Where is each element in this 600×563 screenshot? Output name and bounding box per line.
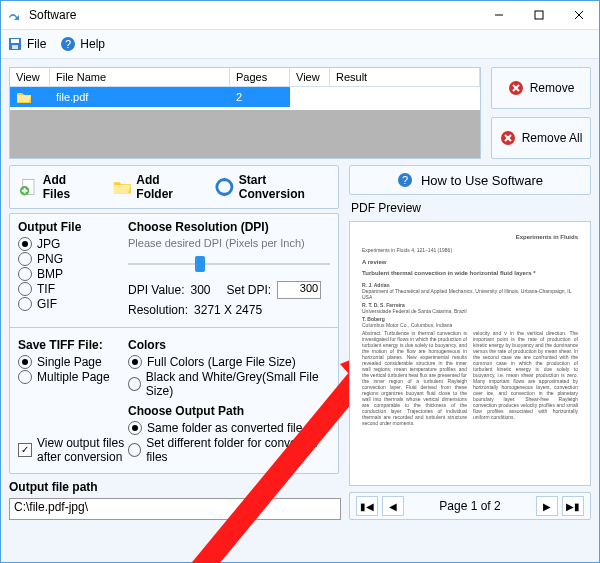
add-folder-icon — [112, 176, 133, 198]
file-list-empty — [10, 110, 480, 158]
colors-bw-radio[interactable]: Black and White/Grey(Small File Size) — [128, 370, 330, 398]
colors-full-label: Full Colors (Large File Size) — [147, 355, 296, 369]
tiff-title: Save TIFF File: — [18, 338, 118, 352]
titlebar: Software — [1, 1, 599, 29]
folder-icon — [16, 90, 32, 104]
file-list[interactable]: View File Name Pages View Result file.pd… — [9, 67, 481, 159]
output-gif-radio[interactable]: GIF — [18, 297, 118, 311]
col-pages[interactable]: Pages — [230, 68, 290, 86]
add-folder-button[interactable]: Add Folder — [112, 173, 196, 201]
tiff-multiple-page-radio[interactable]: Multiple Page — [18, 370, 118, 384]
convert-icon — [214, 176, 235, 198]
dpi-value: 300 — [190, 283, 210, 297]
colors-title: Colors — [128, 338, 330, 352]
preview-label: PDF Preview — [351, 201, 591, 215]
remove-button[interactable]: Remove — [491, 67, 591, 109]
colors-full-radio[interactable]: Full Colors (Large File Size) — [128, 355, 330, 369]
add-folder-label: Add Folder — [136, 173, 196, 201]
view-output-label: View output files after conversion — [37, 436, 124, 464]
col-view2[interactable]: View — [290, 68, 330, 86]
action-bar: Add Files Add Folder Start Conversion — [9, 165, 339, 209]
resolution-label: Resolution: — [128, 303, 188, 317]
menu-file-label: File — [27, 37, 46, 51]
menu-file[interactable]: File — [7, 36, 46, 52]
start-conversion-button[interactable]: Start Conversion — [214, 173, 330, 201]
menu-help-label: Help — [80, 37, 105, 51]
svg-text:?: ? — [402, 174, 408, 186]
options-panel: Output File JPGPNGBMPTIFGIF Choose Resol… — [9, 213, 339, 474]
svg-rect-3 — [12, 45, 18, 49]
resolution-title: Choose Resolution (DPI) — [128, 220, 330, 234]
outpath-diff-label: Set different folder for converted files — [146, 436, 330, 464]
start-conversion-label: Start Conversion — [239, 173, 330, 201]
preview-journal: Experiments in Fluids — [362, 234, 578, 241]
cell-pages: 2 — [236, 91, 242, 103]
col-result[interactable]: Result — [330, 68, 480, 86]
tiff-single-page-radio[interactable]: Single Page — [18, 355, 118, 369]
pdf-preview: Experiments in Fluids Experiments in Flu… — [349, 221, 591, 486]
table-row[interactable]: file.pdf 2 — [10, 87, 480, 107]
svg-point-10 — [217, 179, 232, 194]
output-file-path-input[interactable]: C:\file.pdf-jpg\ — [9, 498, 341, 520]
svg-rect-2 — [11, 39, 19, 43]
colors-bw-label: Black and White/Grey(Small File Size) — [146, 370, 330, 398]
outpath-diff-radio[interactable]: Set different folder for converted files — [128, 436, 330, 464]
output-bmp-radio[interactable]: BMP — [18, 267, 118, 281]
save-icon — [7, 36, 23, 52]
output-file-path-label: Output file path — [9, 480, 339, 494]
col-filename[interactable]: File Name — [50, 68, 230, 86]
resolution-value: 3271 X 2475 — [194, 303, 262, 317]
output-tif-radio[interactable]: TIF — [18, 282, 118, 296]
window-title: Software — [29, 8, 76, 22]
remove-label: Remove — [530, 81, 575, 95]
svg-text:?: ? — [65, 38, 71, 50]
resolution-hint: Please desired DPI (Pixels per Inch) — [128, 237, 330, 249]
pager-first-button[interactable]: ▮◀ — [356, 496, 378, 516]
set-dpi-input[interactable]: 300 — [277, 281, 321, 299]
app-icon — [7, 7, 23, 23]
output-png-radio[interactable]: PNG — [18, 252, 118, 266]
checkbox-icon — [18, 443, 32, 457]
how-to-use-button[interactable]: ? How to Use Software — [349, 165, 591, 195]
outpath-same-label: Same folder as converted file — [147, 421, 302, 435]
output-jpg-radio[interactable]: JPG — [18, 237, 118, 251]
remove-all-icon — [500, 130, 516, 146]
add-files-button[interactable]: Add Files — [18, 173, 94, 201]
preview-pager: ▮◀ ◀ Page 1 of 2 ▶ ▶▮ — [349, 492, 591, 520]
preview-article-type: A review — [362, 259, 578, 266]
help-icon: ? — [397, 172, 413, 188]
menubar: File ? Help — [1, 29, 599, 59]
pager-label: Page 1 of 2 — [439, 499, 500, 513]
menu-help[interactable]: ? Help — [60, 36, 105, 52]
remove-all-label: Remove All — [522, 131, 583, 145]
maximize-button[interactable] — [519, 1, 559, 29]
dpi-slider[interactable] — [128, 253, 330, 275]
dpi-value-label: DPI Value: — [128, 283, 184, 297]
svg-rect-0 — [535, 11, 543, 19]
help-icon: ? — [60, 36, 76, 52]
how-to-use-label: How to Use Software — [421, 173, 543, 188]
close-button[interactable] — [559, 1, 599, 29]
pager-prev-button[interactable]: ◀ — [382, 496, 404, 516]
outpath-title: Choose Output Path — [128, 404, 330, 418]
set-dpi-label: Set DPI: — [227, 283, 272, 297]
cell-filename: file.pdf — [56, 91, 88, 103]
minimize-button[interactable] — [479, 1, 519, 29]
file-list-header: View File Name Pages View Result — [10, 68, 480, 87]
add-files-icon — [18, 176, 39, 198]
view-output-checkbox[interactable]: View output files after conversion — [18, 436, 124, 464]
outpath-same-radio[interactable]: Same folder as converted file — [128, 421, 330, 435]
col-view[interactable]: View — [10, 68, 50, 86]
add-files-label: Add Files — [43, 173, 94, 201]
remove-icon — [508, 80, 524, 96]
pager-last-button[interactable]: ▶▮ — [562, 496, 584, 516]
output-file-title: Output File — [18, 220, 118, 234]
pager-next-button[interactable]: ▶ — [536, 496, 558, 516]
preview-title: Turbulent thermal convection in wide hor… — [362, 270, 578, 277]
remove-all-button[interactable]: Remove All — [491, 117, 591, 159]
